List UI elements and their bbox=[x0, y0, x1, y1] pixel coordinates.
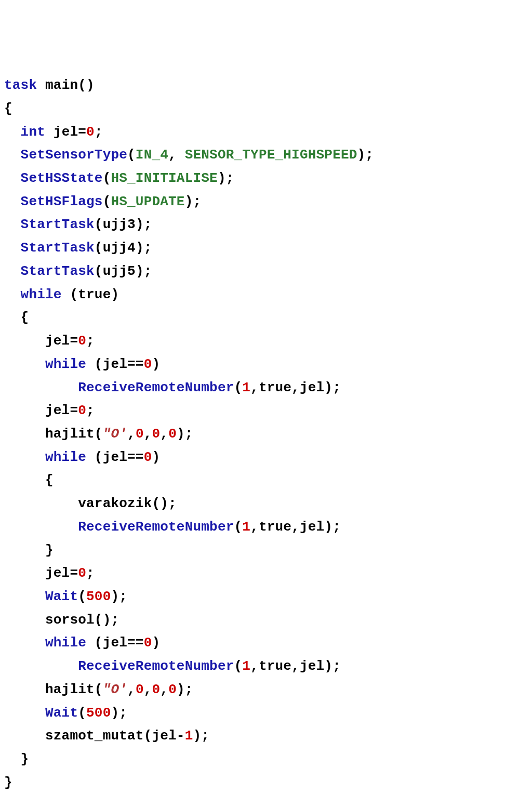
code-line: StartTask(ujj4); bbox=[4, 240, 152, 256]
code-line: hajlit("O',0,0,0); bbox=[4, 682, 193, 697]
builtin-sethsstate: SetHSState bbox=[21, 170, 103, 186]
code-line: szamot_mutat(jel-1); bbox=[4, 728, 209, 744]
code-line: Wait(500); bbox=[4, 589, 127, 604]
code-line: ReceiveRemoteNumber(1,true,jel); bbox=[4, 658, 341, 674]
code-line: varakozik(); bbox=[4, 496, 177, 511]
builtin-setsensortype: SetSensorType bbox=[21, 147, 127, 163]
code-line: { bbox=[4, 310, 29, 325]
code-line: jel=0; bbox=[4, 403, 95, 418]
code-line: int jel=0; bbox=[4, 124, 103, 140]
code-line: while (jel==0) bbox=[4, 356, 160, 372]
builtin-starttask: StartTask bbox=[21, 217, 95, 232]
code-line: sorsol(); bbox=[4, 612, 119, 628]
func-name: main bbox=[45, 77, 78, 93]
code-line: task main() bbox=[4, 77, 95, 93]
code-line: } bbox=[4, 775, 12, 790]
code-line: } bbox=[4, 543, 54, 558]
code-line: { bbox=[4, 101, 12, 116]
code-line: StartTask(ujj5); bbox=[4, 263, 152, 279]
code-line: while (jel==0) bbox=[4, 449, 160, 465]
keyword-task: task bbox=[4, 77, 37, 93]
code-line: jel=0; bbox=[4, 565, 95, 581]
code-line: SetSensorType(IN_4, SENSOR_TYPE_HIGHSPEE… bbox=[4, 147, 374, 163]
code-line: { bbox=[4, 472, 54, 488]
code-block: task main() { int jel=0; SetSensorType(I… bbox=[4, 74, 528, 794]
keyword-int: int bbox=[21, 124, 45, 140]
code-line: StartTask(ujj3); bbox=[4, 217, 152, 232]
code-line: SetHSFlags(HS_UPDATE); bbox=[4, 194, 201, 209]
code-line: hajlit("O',0,0,0); bbox=[4, 426, 193, 442]
code-line: while (true) bbox=[4, 287, 119, 302]
code-line: jel=0; bbox=[4, 333, 95, 349]
keyword-while: while bbox=[21, 287, 62, 302]
builtin-sethsflags: SetHSFlags bbox=[21, 194, 103, 209]
code-line: Wait(500); bbox=[4, 705, 127, 721]
code-line: while (jel==0) bbox=[4, 635, 160, 651]
code-line: SetHSState(HS_INITIALISE); bbox=[4, 170, 234, 186]
code-line: ReceiveRemoteNumber(1,true,jel); bbox=[4, 380, 341, 395]
builtin-receiveremotenumber: ReceiveRemoteNumber bbox=[78, 380, 234, 395]
builtin-wait: Wait bbox=[45, 589, 78, 604]
code-line: } bbox=[4, 751, 29, 767]
code-line: ReceiveRemoteNumber(1,true,jel); bbox=[4, 519, 341, 535]
